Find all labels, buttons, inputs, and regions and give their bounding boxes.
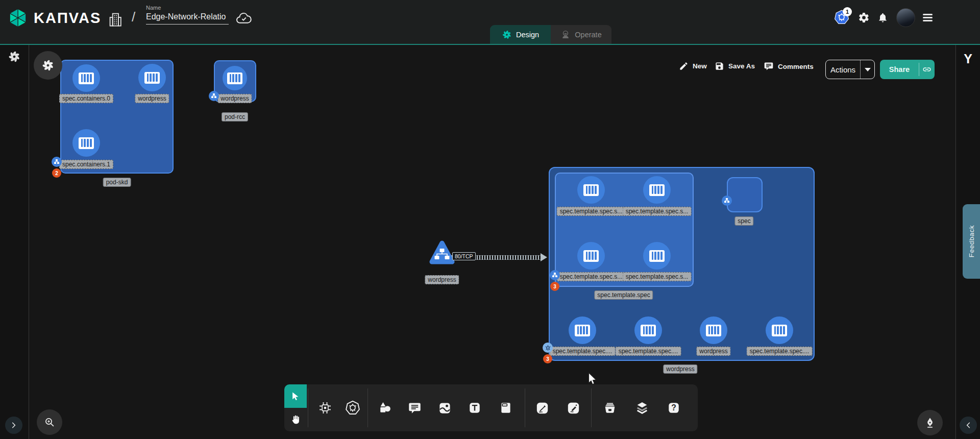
design-name-field[interactable]: Name Edge-Network-Relatio <box>146 5 229 25</box>
left-rail <box>0 45 29 439</box>
save-as-button[interactable]: Save As <box>715 61 755 71</box>
comments-button[interactable]: Comments <box>764 61 814 71</box>
chevron-down-icon <box>865 68 871 71</box>
node-label: spec.template.spec.s... <box>557 207 626 216</box>
actions-dropdown-button[interactable]: Actions <box>825 60 875 79</box>
feedback-label: Feedback <box>968 225 975 257</box>
app-header: KAΠVAS / Name Edge-Network-Relatio <box>0 0 980 44</box>
container-icon <box>79 137 94 149</box>
node-label: spec.template.spec.s... <box>623 272 692 281</box>
service-node[interactable] <box>429 239 455 271</box>
mode-tabs: Design Operate <box>490 25 611 44</box>
pod-badge-icon[interactable] <box>550 270 560 280</box>
kanvas-logo-icon <box>7 7 29 29</box>
help-tool-button[interactable]: ? <box>664 398 684 418</box>
link-icon <box>922 65 932 74</box>
container-node[interactable] <box>700 316 727 344</box>
container-node[interactable] <box>569 316 596 344</box>
select-tool-button[interactable] <box>284 384 307 408</box>
design-tab-icon <box>502 30 512 40</box>
group-label: spec.template.spec <box>594 290 653 300</box>
comments-icon <box>764 61 774 71</box>
node-spec[interactable] <box>727 177 763 212</box>
expand-right-panel-button[interactable] <box>960 417 977 434</box>
image-tool-button[interactable] <box>434 398 455 418</box>
zoom-button[interactable] <box>37 409 62 435</box>
container-node[interactable] <box>634 316 662 344</box>
canvas-top-border <box>0 44 980 45</box>
container-node[interactable] <box>577 176 605 204</box>
container-node[interactable] <box>643 242 671 270</box>
pod-badge-icon[interactable] <box>722 196 732 206</box>
whiteboard-pen-button[interactable] <box>917 410 943 435</box>
components-tool-button[interactable] <box>315 398 335 418</box>
container-node[interactable] <box>577 242 605 270</box>
expand-left-panel-button[interactable] <box>5 417 22 434</box>
toolbar-divider <box>308 388 308 427</box>
node-label: wordpress <box>135 94 169 103</box>
user-avatar[interactable] <box>896 8 915 27</box>
container-icon <box>79 72 94 84</box>
pan-tool-button[interactable] <box>284 408 307 431</box>
group-label: pod-rcc <box>222 112 248 121</box>
tab-design[interactable]: Design <box>490 25 551 44</box>
alert-count-badge[interactable]: 3 <box>543 354 552 363</box>
edge-port-label: 80/TCP <box>452 252 476 260</box>
note-icon <box>499 401 512 414</box>
svg-text:?: ? <box>671 403 676 412</box>
meshery-swirl-icon[interactable] <box>8 50 21 65</box>
settings-gear-icon[interactable] <box>858 12 870 26</box>
comment-tool-button[interactable] <box>404 398 425 418</box>
kubernetes-badge-icon[interactable] <box>543 343 553 353</box>
kubernetes-cluster-button[interactable] <box>34 51 62 80</box>
pod-badge-icon[interactable] <box>209 91 219 101</box>
container-node[interactable] <box>766 316 793 344</box>
yaml-panel-icon[interactable]: Y <box>956 52 980 66</box>
pen-nib-icon <box>924 417 936 429</box>
container-node[interactable] <box>138 64 166 91</box>
image-icon <box>438 401 452 415</box>
drawer-tool-button[interactable] <box>600 398 620 418</box>
feedback-tab[interactable]: Feedback <box>963 204 980 279</box>
sketch-tool-button[interactable] <box>563 398 583 418</box>
hand-icon <box>290 414 301 425</box>
node-label: spec.containers.0 <box>59 94 113 103</box>
share-button[interactable]: Share <box>880 60 935 79</box>
text-tool-button[interactable] <box>464 398 485 418</box>
organization-icon[interactable] <box>107 11 124 30</box>
group-spec-template-spec[interactable] <box>555 173 694 287</box>
kanvas-logo[interactable]: KAΠVAS <box>7 7 101 29</box>
container-icon <box>706 325 721 336</box>
notifications-bell-icon[interactable] <box>877 12 888 26</box>
tab-operate[interactable]: Operate <box>551 25 611 44</box>
shapes-tool-button[interactable] <box>375 398 395 418</box>
chip-icon <box>318 401 332 415</box>
pencil-sketch-icon <box>567 401 580 415</box>
save-as-label: Save As <box>728 62 755 70</box>
pen-tool-button[interactable] <box>532 398 552 418</box>
copy-link-button[interactable] <box>919 65 935 74</box>
container-node[interactable] <box>223 66 247 90</box>
alert-count-badge[interactable]: 3 <box>550 282 559 291</box>
new-button[interactable]: New <box>679 61 707 71</box>
name-field-value[interactable]: Edge-Network-Relatio <box>146 12 229 25</box>
mouse-cursor-icon <box>586 372 598 389</box>
container-node[interactable] <box>72 64 100 92</box>
kubernetes-tool-button[interactable] <box>342 398 363 418</box>
actions-caret-button[interactable] <box>861 68 874 71</box>
node-label: spec <box>734 216 753 226</box>
container-node[interactable] <box>72 129 100 157</box>
node-label: wordpress <box>217 94 252 103</box>
container-node[interactable] <box>643 176 671 204</box>
menu-hamburger-icon[interactable] <box>923 14 933 23</box>
pod-badge-icon[interactable] <box>52 157 62 167</box>
cloud-saved-icon[interactable] <box>236 11 252 28</box>
node-label: wordpress <box>425 275 459 284</box>
container-icon <box>641 325 656 336</box>
save-icon <box>715 61 724 71</box>
note-tool-button[interactable] <box>496 398 516 418</box>
alert-count-badge[interactable]: 2 <box>52 168 61 178</box>
layers-tool-button[interactable] <box>632 398 652 418</box>
layers-icon <box>635 401 649 415</box>
operate-tab-label: Operate <box>575 31 601 39</box>
